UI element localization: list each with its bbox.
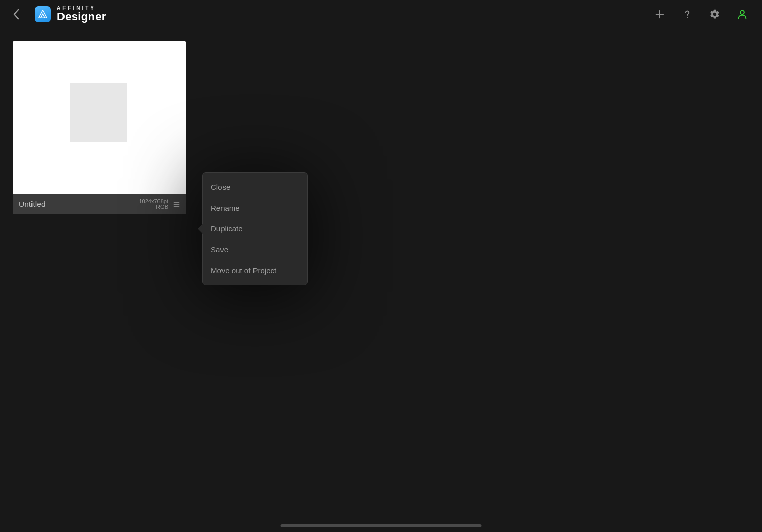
chevron-left-icon bbox=[13, 9, 19, 20]
menu-item-duplicate[interactable]: Duplicate bbox=[203, 218, 307, 239]
menu-item-move-out[interactable]: Move out of Project bbox=[203, 260, 307, 281]
account-button[interactable] bbox=[732, 4, 753, 25]
product-label: Designer bbox=[57, 11, 106, 22]
app-title: AFFINITY Designer bbox=[57, 6, 106, 22]
menu-item-rename[interactable]: Rename bbox=[203, 197, 307, 218]
document-menu-button[interactable] bbox=[171, 199, 181, 209]
person-icon bbox=[737, 9, 748, 20]
top-bar: AFFINITY Designer bbox=[0, 0, 762, 28]
home-indicator[interactable] bbox=[281, 524, 482, 527]
menu-item-close[interactable]: Close bbox=[203, 177, 307, 197]
settings-button[interactable] bbox=[704, 4, 725, 25]
workspace: Untitled 1024x768pt RGB Close Rename Dup… bbox=[0, 28, 762, 532]
new-document-button[interactable] bbox=[649, 4, 671, 25]
document-card[interactable]: Untitled 1024x768pt RGB bbox=[13, 41, 186, 214]
menu-icon bbox=[173, 201, 180, 208]
document-color-mode: RGB bbox=[156, 204, 168, 210]
document-meta: 1024x768pt RGB bbox=[139, 198, 169, 210]
gear-icon bbox=[709, 9, 720, 20]
help-button[interactable] bbox=[677, 4, 698, 25]
question-icon bbox=[682, 9, 693, 20]
document-thumbnail[interactable] bbox=[13, 41, 186, 194]
plus-icon bbox=[654, 9, 665, 20]
back-button[interactable] bbox=[7, 6, 24, 23]
document-context-menu: Close Rename Duplicate Save Move out of … bbox=[202, 172, 308, 285]
app-logo bbox=[35, 6, 51, 22]
document-name: Untitled bbox=[19, 200, 139, 209]
menu-item-save[interactable]: Save bbox=[203, 239, 307, 260]
document-shape-square bbox=[70, 83, 127, 142]
document-info-bar: Untitled 1024x768pt RGB bbox=[13, 194, 186, 214]
context-menu-panel: Close Rename Duplicate Save Move out of … bbox=[202, 172, 308, 285]
svg-point-4 bbox=[740, 10, 744, 14]
app-logo-icon bbox=[37, 9, 48, 20]
svg-point-3 bbox=[687, 17, 688, 18]
